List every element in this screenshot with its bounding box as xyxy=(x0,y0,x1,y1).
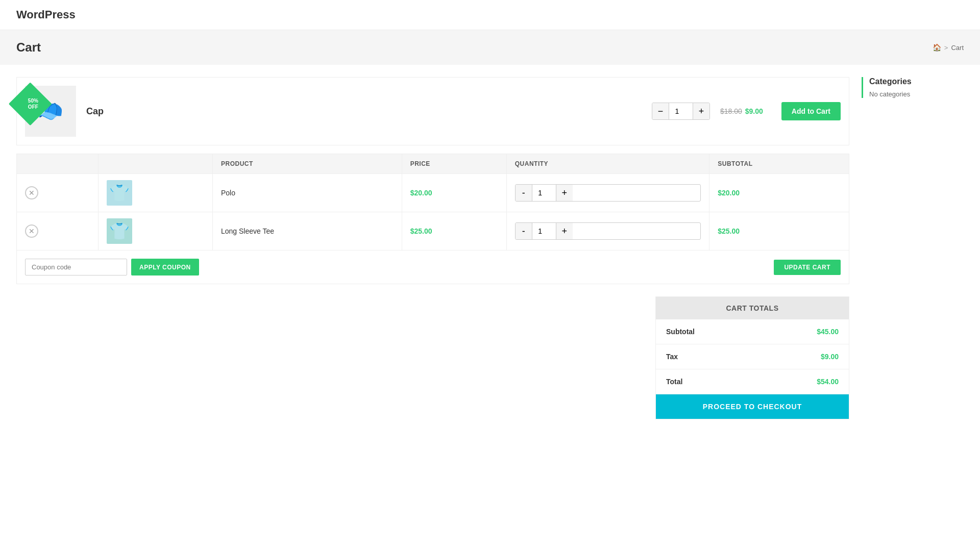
qty-input[interactable] xyxy=(669,103,693,119)
main-layout: 50% OFF 🧢 Cap − + $18.00 $9.00 Add to Ca… xyxy=(0,65,980,432)
cart-actions: APPLY COUPON UPDATE CART xyxy=(16,251,849,284)
item-subtotal: $25.00 xyxy=(718,227,740,235)
apply-coupon-button[interactable]: APPLY COUPON xyxy=(131,259,199,276)
table-row: ✕ 👕 Long Sleeve Tee $25.00 - + xyxy=(17,212,849,251)
image-cell: 👕 xyxy=(98,174,212,212)
breadcrumb: 🏠 > Cart xyxy=(933,43,964,52)
item-thumbnail: 👕 xyxy=(107,218,132,244)
update-cart-button[interactable]: UPDATE CART xyxy=(774,260,841,275)
home-icon[interactable]: 🏠 xyxy=(933,43,941,52)
categories-title: Categories xyxy=(869,77,964,86)
item-price: $25.00 xyxy=(410,227,432,235)
col-image xyxy=(98,154,212,174)
item-qty-decrease-button[interactable]: - xyxy=(516,185,532,201)
item-qty-input[interactable] xyxy=(532,185,556,201)
tax-value: $9.00 xyxy=(821,353,839,361)
item-subtotal: $20.00 xyxy=(718,189,740,197)
subtotal-label: Subtotal xyxy=(666,328,695,336)
coupon-group: APPLY COUPON xyxy=(25,259,199,276)
cart-totals-header: CART TOTALS xyxy=(656,297,849,319)
remove-cell: ✕ xyxy=(17,212,99,251)
breadcrumb-separator: > xyxy=(944,44,948,52)
total-row: Total $54.00 xyxy=(656,369,849,394)
proceed-to-checkout-button[interactable]: PROCEED TO CHECKOUT xyxy=(656,394,849,419)
subtotal-cell: $20.00 xyxy=(709,174,849,212)
add-to-cart-button[interactable]: Add to Cart xyxy=(781,102,841,120)
item-qty-increase-button[interactable]: + xyxy=(556,185,573,201)
price-cell: $25.00 xyxy=(402,212,506,251)
col-remove xyxy=(17,154,99,174)
item-name: Long Sleeve Tee xyxy=(221,227,274,235)
quantity-cell: - + xyxy=(506,174,709,212)
remove-item-button[interactable]: ✕ xyxy=(25,186,38,199)
total-value: $54.00 xyxy=(817,378,839,386)
item-qty-controls: - + xyxy=(515,184,701,202)
item-price: $20.00 xyxy=(410,189,432,197)
shirt-icon: 👕 xyxy=(109,183,130,203)
sidebar: Categories No categories xyxy=(862,77,964,419)
breadcrumb-current: Cart xyxy=(951,44,964,52)
image-cell: 👕 xyxy=(98,212,212,251)
product-name-cell: Long Sleeve Tee xyxy=(213,212,402,251)
col-quantity: QUANTITY xyxy=(506,154,709,174)
product-image-wrap: 50% OFF 🧢 xyxy=(25,86,76,137)
product-highlight: 50% OFF 🧢 Cap − + $18.00 $9.00 Add to Ca… xyxy=(16,77,849,145)
product-highlight-name: Cap xyxy=(86,106,642,117)
item-qty-input[interactable] xyxy=(532,223,556,239)
old-price: $18.00 xyxy=(720,107,742,115)
col-price: PRICE xyxy=(402,154,506,174)
item-name: Polo xyxy=(221,189,235,197)
subtotal-row: Subtotal $45.00 xyxy=(656,319,849,344)
tax-label: Tax xyxy=(666,353,678,361)
coupon-input[interactable] xyxy=(25,259,127,276)
total-label: Total xyxy=(666,378,682,386)
cart-table: PRODUCT PRICE QUANTITY SUBTOTAL ✕ 👕 Polo xyxy=(16,154,849,251)
price-cell: $20.00 xyxy=(402,174,506,212)
site-header: WordPress xyxy=(0,0,980,30)
cart-totals-wrap: CART TOTALS Subtotal $45.00 Tax $9.00 To… xyxy=(16,296,849,419)
remove-item-button[interactable]: ✕ xyxy=(25,224,38,238)
product-name-cell: Polo xyxy=(213,174,402,212)
col-product: PRODUCT xyxy=(213,154,402,174)
table-row: ✕ 👕 Polo $20.00 - + $20.00 xyxy=(17,174,849,212)
content-area: 50% OFF 🧢 Cap − + $18.00 $9.00 Add to Ca… xyxy=(16,77,849,419)
item-qty-increase-button[interactable]: + xyxy=(556,223,573,239)
quantity-controls: − + xyxy=(652,103,710,120)
cart-totals: CART TOTALS Subtotal $45.00 Tax $9.00 To… xyxy=(655,296,849,419)
price-group: $18.00 $9.00 xyxy=(720,107,763,115)
subtotal-cell: $25.00 xyxy=(709,212,849,251)
col-subtotal: SUBTOTAL xyxy=(709,154,849,174)
page-title-bar: Cart 🏠 > Cart xyxy=(0,30,980,65)
tax-row: Tax $9.00 xyxy=(656,344,849,369)
table-header-row: PRODUCT PRICE QUANTITY SUBTOTAL xyxy=(17,154,849,174)
item-qty-decrease-button[interactable]: - xyxy=(516,223,532,239)
item-qty-controls: - + xyxy=(515,222,701,240)
sidebar-categories: Categories No categories xyxy=(862,77,964,98)
qty-decrease-button[interactable]: − xyxy=(652,103,669,119)
no-categories-label: No categories xyxy=(869,90,964,98)
item-thumbnail: 👕 xyxy=(107,180,132,206)
site-title: WordPress xyxy=(16,8,76,21)
qty-increase-button[interactable]: + xyxy=(693,103,709,119)
page-title: Cart xyxy=(16,40,41,55)
shirt-icon: 👕 xyxy=(109,221,130,241)
new-price: $9.00 xyxy=(745,107,763,115)
remove-cell: ✕ xyxy=(17,174,99,212)
subtotal-value: $45.00 xyxy=(817,328,839,336)
quantity-cell: - + xyxy=(506,212,709,251)
